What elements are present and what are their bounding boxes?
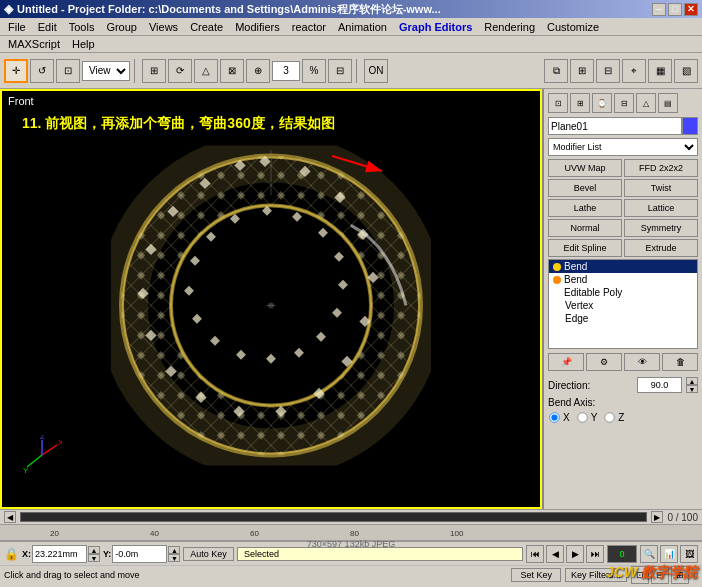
track-right-arrow[interactable]: ▶ <box>651 511 663 523</box>
tb-icon-12[interactable]: ⌖ <box>622 59 646 83</box>
menu-animation[interactable]: Animation <box>332 20 393 34</box>
menu-rendering[interactable]: Rendering <box>478 20 541 34</box>
rp-icon-1[interactable]: ⊡ <box>548 93 568 113</box>
direction-spin-up[interactable]: ▲ <box>686 377 698 385</box>
animation-track[interactable] <box>20 512 647 522</box>
bevel-button[interactable]: Bevel <box>548 179 622 197</box>
icon-r1[interactable]: ⊡ <box>631 566 649 584</box>
icon-r2[interactable]: ⊟ <box>651 566 669 584</box>
menu-edit[interactable]: Edit <box>32 20 63 34</box>
stack-item-edge[interactable]: Edge <box>549 312 697 325</box>
rp-icon-3[interactable]: ⌚ <box>592 93 612 113</box>
rp-icon-4[interactable]: ⊟ <box>614 93 634 113</box>
tb-icon-4[interactable]: ⊠ <box>220 59 244 83</box>
play-prev-btn[interactable]: ⏮ <box>526 545 544 563</box>
coord-y-spin-up[interactable]: ▲ <box>168 546 180 554</box>
modifier-list-select[interactable]: Modifier List <box>548 138 698 156</box>
direction-row: Direction: ▲ ▼ <box>548 377 698 393</box>
key-filters-button[interactable]: Key Filters... <box>565 568 627 582</box>
bend-axis-z-label[interactable]: Z <box>603 411 624 424</box>
icon-render[interactable]: 🖼 <box>680 545 698 563</box>
track-left-arrow[interactable]: ◀ <box>4 511 16 523</box>
menu-maxscript[interactable]: MAXScript <box>2 37 66 51</box>
rp-icon-6[interactable]: ▤ <box>658 93 678 113</box>
coord-y-spin-down[interactable]: ▼ <box>168 554 180 562</box>
icon-graph[interactable]: 📊 <box>660 545 678 563</box>
normal-button[interactable]: Normal <box>548 219 622 237</box>
menu-file[interactable]: File <box>2 20 32 34</box>
menu-group[interactable]: Group <box>100 20 143 34</box>
coord-x-input[interactable] <box>32 545 87 563</box>
tb-icon-2[interactable]: ⟳ <box>168 59 192 83</box>
coord-x-spin-down[interactable]: ▼ <box>88 554 100 562</box>
rp-icon-2[interactable]: ⊞ <box>570 93 590 113</box>
menu-views[interactable]: Views <box>143 20 184 34</box>
modifier-buttons-grid: UVW Map FFD 2x2x2 Bevel Twist Lathe Latt… <box>548 159 698 257</box>
minimize-button[interactable]: ─ <box>652 3 666 16</box>
tb-icon-13[interactable]: ▦ <box>648 59 672 83</box>
direction-spin-down[interactable]: ▼ <box>686 385 698 393</box>
stack-item-editable-poly[interactable]: Editable Poly <box>549 286 697 299</box>
ffd-button[interactable]: FFD 2x2x2 <box>624 159 698 177</box>
lathe-button[interactable]: Lathe <box>548 199 622 217</box>
tb-icon-9[interactable]: ⧉ <box>544 59 568 83</box>
lock-icon[interactable]: 🔒 <box>4 547 19 561</box>
coord-y-input[interactable] <box>112 545 167 563</box>
menu-reactor[interactable]: reactor <box>286 20 332 34</box>
tb-icon-1[interactable]: ⊞ <box>142 59 166 83</box>
bend-axis-x-label[interactable]: X <box>548 411 570 424</box>
menu-customize[interactable]: Customize <box>541 20 605 34</box>
menu-tools[interactable]: Tools <box>63 20 101 34</box>
stack-item-bend2[interactable]: Bend <box>549 273 697 286</box>
maximize-button[interactable]: □ <box>668 3 682 16</box>
play-btn[interactable]: ▶ <box>566 545 584 563</box>
stack-item-vertex[interactable]: Vertex <box>549 299 697 312</box>
stack-config-btn[interactable]: ⚙ <box>586 353 622 371</box>
bend-axis-y-radio[interactable] <box>577 412 587 422</box>
icon-r3[interactable]: ⊞ <box>671 566 689 584</box>
extrude-button[interactable]: Extrude <box>624 239 698 257</box>
object-color-swatch[interactable] <box>682 117 698 135</box>
object-name-input[interactable] <box>548 117 682 135</box>
direction-input[interactable] <box>637 377 682 393</box>
menu-create[interactable]: Create <box>184 20 229 34</box>
rp-icon-5[interactable]: △ <box>636 93 656 113</box>
frame-count-input[interactable] <box>272 61 300 81</box>
menu-help[interactable]: Help <box>66 37 101 51</box>
scale-tool-button[interactable]: ⊡ <box>56 59 80 83</box>
set-key-button[interactable]: Set Key <box>511 568 561 582</box>
rotate-tool-button[interactable]: ↺ <box>30 59 54 83</box>
lattice-button[interactable]: Lattice <box>624 199 698 217</box>
menu-graph-editors[interactable]: Graph Editors <box>393 20 478 34</box>
stack-visibility-btn[interactable]: 👁 <box>624 353 660 371</box>
auto-key-button[interactable]: Auto Key <box>183 547 234 561</box>
icon-search[interactable]: 🔍 <box>640 545 658 563</box>
tb-icon-3[interactable]: △ <box>194 59 218 83</box>
bend-axis-z-radio[interactable] <box>605 412 615 422</box>
uvw-map-button[interactable]: UVW Map <box>548 159 622 177</box>
tb-icon-11[interactable]: ⊟ <box>596 59 620 83</box>
tb-icon-10[interactable]: ⊞ <box>570 59 594 83</box>
stack-item-bend1[interactable]: Bend <box>549 260 697 273</box>
symmetry-button[interactable]: Symmetry <box>624 219 698 237</box>
coord-x-spin-up[interactable]: ▲ <box>88 546 100 554</box>
tb-icon-14[interactable]: ▧ <box>674 59 698 83</box>
bend-axis-y-label[interactable]: Y <box>576 411 598 424</box>
twist-button[interactable]: Twist <box>624 179 698 197</box>
stack-delete-btn[interactable]: 🗑 <box>662 353 698 371</box>
menu-modifiers[interactable]: Modifiers <box>229 20 286 34</box>
coord-y-label: Y: <box>103 549 111 559</box>
edit-spline-button[interactable]: Edit Spline <box>548 239 622 257</box>
tb-icon-7[interactable]: ⊟ <box>328 59 352 83</box>
close-button[interactable]: ✕ <box>684 3 698 16</box>
bend-axis-x-radio[interactable] <box>549 412 559 422</box>
viewport-panel[interactable]: Front 11. 前视图，再添加个弯曲，弯曲360度，结果如图 <box>0 89 542 509</box>
tb-icon-6[interactable]: % <box>302 59 326 83</box>
stack-pin-btn[interactable]: 📌 <box>548 353 584 371</box>
view-select[interactable]: View <box>82 61 130 81</box>
tb-icon-5[interactable]: ⊕ <box>246 59 270 83</box>
select-tool-button[interactable]: ✛ <box>4 59 28 83</box>
play-back-btn[interactable]: ◀ <box>546 545 564 563</box>
play-fwd-btn[interactable]: ⏭ <box>586 545 604 563</box>
tb-icon-8[interactable]: ON <box>364 59 388 83</box>
